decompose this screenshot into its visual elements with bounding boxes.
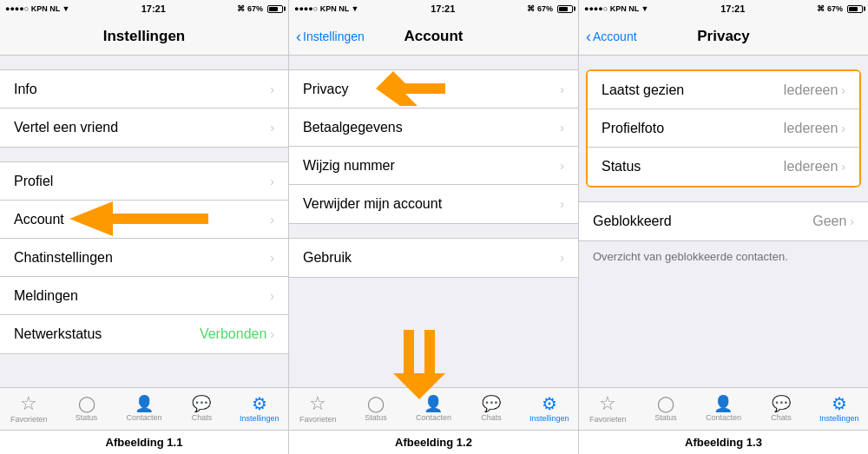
list-item-profiel[interactable]: Profiel › [0,162,288,201]
back-label-2: Instellingen [303,30,365,43]
list-item-meldingen[interactable]: Meldingen › [0,277,288,315]
section-2-1: Privacy › Betaalgegevens › Wijzig nummer… [289,69,578,224]
tab-bar-2: ☆ Favorieten ◯ Status 👤 Contacten 💬 Chat… [289,387,578,430]
status-icon-2: ◯ [367,396,385,411]
description-text: Overzicht van geblokkeerde contacten. [593,250,788,263]
tab-contacten-2[interactable]: 👤 Contacten [404,388,463,430]
back-label-3: Account [593,30,637,43]
back-button-3[interactable]: ‹ Account [586,29,637,44]
item-label-status-privacy: Status [602,159,641,174]
contact-icon-1: 👤 [135,396,154,411]
status-privacy-value: Iedereen [783,159,838,174]
tab-status-2[interactable]: ◯ Status [347,388,405,430]
list-item-netwerk[interactable]: Netwerkstatus Verbonden › [0,315,288,353]
item-value-vertel: › [270,121,274,135]
tab-contacten-1[interactable]: 👤 Contacten [115,388,173,430]
item-value-info: › [270,82,274,96]
item-value-lastst: Iedereen › [783,82,845,98]
geblokkeerd-value: Geen [812,214,846,229]
tab-status-1[interactable]: ◯ Status [57,388,115,430]
star-icon-2: ☆ [309,394,326,413]
tab-favorieten-2[interactable]: ☆ Favorieten [289,388,347,430]
item-label-netwerk: Netwerkstatus [14,326,102,342]
back-button-2[interactable]: ‹ Instellingen [296,29,365,44]
list-item-vertel[interactable]: Vertel een vriend › [0,109,288,147]
section-1-2: Profiel › Account › Chatinstellingen › M… [0,161,288,354]
item-value-wijzig: › [560,159,564,173]
battery-icon-3 [847,5,863,13]
tab-chats-1[interactable]: 💬 Chats [173,388,230,430]
caption-text-1: Afbeelding 1.1 [106,436,183,449]
list-item-privacy[interactable]: Privacy › [289,70,578,109]
tab-label-favorieten-3: Favorieten [589,415,627,424]
tab-status-3[interactable]: ◯ Status [637,388,695,430]
item-value-profielfoto: Iedereen › [783,121,845,136]
list-item-wijzig[interactable]: Wijzig nummer › [289,147,578,185]
signal-2: 67% [537,4,553,13]
tab-chats-2[interactable]: 💬 Chats [463,388,521,430]
tab-chats-3[interactable]: 💬 Chats [753,388,811,430]
caption-bar-2: Afbeelding 1.2 [289,430,578,454]
description-block: Overzicht van geblokkeerde contacten. [579,241,868,271]
tab-favorieten-1[interactable]: ☆ Favorieten [0,388,57,430]
item-label-privacy: Privacy [303,82,348,97]
tab-instellingen-2[interactable]: ⚙ Instellingen [520,388,578,430]
tab-instellingen-1[interactable]: ⚙ Instellingen [231,388,288,430]
list-item-info[interactable]: Info › [0,70,288,109]
battery-icon-2 [557,5,573,13]
item-value-privacy: › [560,82,564,96]
caption-text-3: Afbeelding 1.3 [685,436,762,449]
item-label-lastst: Laatst gezien [602,82,684,98]
item-value-gebruik: › [560,251,564,265]
item-label-profielfoto: Profielfoto [602,121,664,136]
tab-label-favorieten-2: Favorieten [299,415,337,424]
nav-title-2: Account [404,28,464,45]
list-item-gebruik[interactable]: Gebruik › [289,239,578,277]
tab-bar-3: ☆ Favorieten ◯ Status 👤 Contacten 💬 Chat… [579,387,868,430]
item-value-chatinstellingen: › [270,251,274,265]
right-icons-1: ⌘ 67% [237,4,283,13]
tab-contacten-3[interactable]: 👤 Contacten [694,388,753,430]
list-item-account[interactable]: Account › [0,201,288,239]
list-item-verwijder[interactable]: Verwijder mijn account › [289,185,578,223]
list-item-betaal[interactable]: Betaalgegevens › [289,109,578,147]
back-chevron-2: ‹ [296,29,301,44]
wifi-icon-1: ⌘ [237,4,245,13]
item-label-account: Account [14,212,64,227]
item-label-profiel: Profiel [14,174,53,189]
time-1: 17:21 [141,3,166,14]
tab-label-chats-1: Chats [192,413,213,422]
tab-label-status-3: Status [654,413,677,422]
list-item-lastst[interactable]: Laatst gezien Iedereen › [588,71,859,109]
wifi-icon-2: ⌘ [527,4,535,13]
tab-label-contacten-2: Contacten [416,413,451,422]
lastst-value: Iedereen [783,82,838,98]
privacy-highlight-section: Laatst gezien Iedereen › Profielfoto Ied… [586,69,861,188]
caption-bar-3: Afbeelding 1.3 [579,430,868,454]
tab-label-chats-2: Chats [481,413,502,422]
profielfoto-value: Iedereen [783,121,838,136]
tab-instellingen-3[interactable]: ⚙ Instellingen [810,388,868,430]
item-value-account: › [270,213,274,227]
signal-3: 67% [827,4,843,13]
nav-bar-3: ‹ Account Privacy [579,17,868,56]
nav-bar-2: ‹ Instellingen Account [289,17,578,56]
tab-label-favorieten-1: Favorieten [10,415,48,424]
status-icon-3: ◯ [657,396,674,411]
list-item-geblokkeerd[interactable]: Geblokkeerd Geen › [579,202,868,240]
caption-bar-1: Afbeelding 1.1 [0,430,288,454]
tab-favorieten-3[interactable]: ☆ Favorieten [579,388,637,430]
wifi-icon-3: ⌘ [817,4,825,13]
caption-text-2: Afbeelding 1.2 [395,436,472,449]
tab-label-status-1: Status [76,413,98,422]
status-bar-1: ●●●●○ KPN NL ▼ 17:21 ⌘ 67% [0,0,288,17]
item-value-profiel: › [270,174,274,188]
contact-icon-2: 👤 [424,396,443,411]
item-value-status-privacy: Iedereen › [783,159,845,174]
list-item-status-privacy[interactable]: Status Iedereen › [588,148,859,186]
list-item-chatinstellingen[interactable]: Chatinstellingen › [0,239,288,277]
item-label-vertel: Vertel een vriend [14,120,118,135]
list-item-profielfoto[interactable]: Profielfoto Iedereen › [588,109,859,148]
item-value-betaal: › [560,121,564,135]
back-chevron-3: ‹ [586,29,591,44]
